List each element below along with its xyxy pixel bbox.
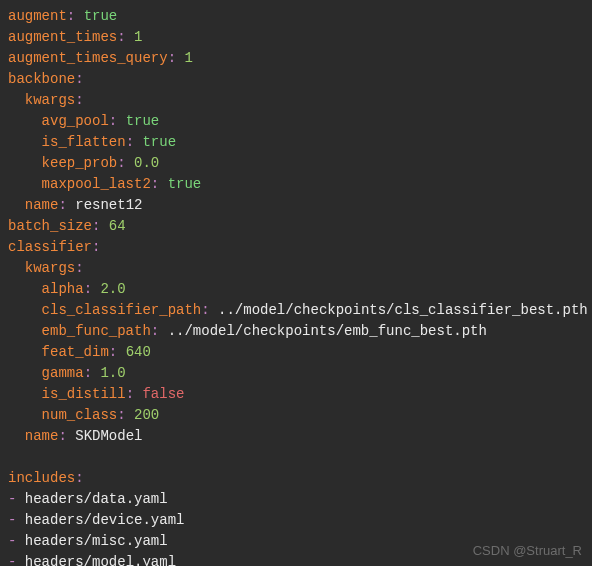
yaml-sep: : — [109, 344, 126, 360]
yaml-line: backbone: — [8, 69, 584, 90]
yaml-value: SKDModel — [75, 428, 142, 444]
yaml-sep: : — [126, 134, 143, 150]
yaml-key: includes — [8, 470, 75, 486]
watermark-text: CSDN @Struart_R — [473, 541, 582, 561]
yaml-key: augment_times_query — [8, 50, 168, 66]
yaml-value: 200 — [134, 407, 159, 423]
yaml-value: true — [126, 113, 160, 129]
yaml-value: ../model/checkpoints/emb_func_best.pth — [168, 323, 487, 339]
yaml-line: keep_prob: 0.0 — [8, 153, 584, 174]
yaml-key: emb_func_path — [42, 323, 151, 339]
list-value: headers/device.yaml — [25, 512, 185, 528]
yaml-sep: : — [75, 260, 83, 276]
list-dash: - — [8, 554, 25, 566]
yaml-line: batch_size: 64 — [8, 216, 584, 237]
yaml-key: gamma — [42, 365, 84, 381]
yaml-key: name — [25, 428, 59, 444]
yaml-key: kwargs — [25, 260, 75, 276]
yaml-value: 2.0 — [100, 281, 125, 297]
yaml-key: augment — [8, 8, 67, 24]
yaml-key: batch_size — [8, 218, 92, 234]
yaml-key: alpha — [42, 281, 84, 297]
list-dash: - — [8, 512, 25, 528]
yaml-sep: : — [67, 8, 84, 24]
yaml-sep: : — [126, 386, 143, 402]
yaml-line: emb_func_path: ../model/checkpoints/emb_… — [8, 321, 584, 342]
yaml-line: name: SKDModel — [8, 426, 584, 447]
yaml-value: 1 — [134, 29, 142, 45]
yaml-sep: : — [84, 365, 101, 381]
yaml-line: classifier: — [8, 237, 584, 258]
yaml-key: backbone — [8, 71, 75, 87]
yaml-sep: : — [58, 428, 75, 444]
yaml-value: 1 — [184, 50, 192, 66]
yaml-key: augment_times — [8, 29, 117, 45]
yaml-value: true — [168, 176, 202, 192]
yaml-line: is_flatten: true — [8, 132, 584, 153]
yaml-value: resnet12 — [75, 197, 142, 213]
yaml-key: classifier — [8, 239, 92, 255]
yaml-sep: : — [84, 281, 101, 297]
yaml-line: is_distill: false — [8, 384, 584, 405]
yaml-key: feat_dim — [42, 344, 109, 360]
yaml-sep: : — [92, 239, 100, 255]
yaml-value: 0.0 — [134, 155, 159, 171]
yaml-sep: : — [75, 71, 83, 87]
yaml-key: kwargs — [25, 92, 75, 108]
list-item: - headers/data.yaml — [8, 489, 584, 510]
list-value: headers/misc.yaml — [25, 533, 168, 549]
yaml-line: cls_classifier_path: ../model/checkpoint… — [8, 300, 584, 321]
yaml-sep: : — [151, 176, 168, 192]
yaml-value: 64 — [109, 218, 126, 234]
blank-line — [8, 447, 584, 468]
yaml-line: augment_times: 1 — [8, 27, 584, 48]
yaml-value: true — [84, 8, 118, 24]
yaml-sep: : — [151, 323, 168, 339]
yaml-line: augment: true — [8, 6, 584, 27]
yaml-key: name — [25, 197, 59, 213]
yaml-key: cls_classifier_path — [42, 302, 202, 318]
yaml-key: num_class — [42, 407, 118, 423]
list-value: headers/data.yaml — [25, 491, 168, 507]
yaml-line: kwargs: — [8, 258, 584, 279]
yaml-sep: : — [109, 113, 126, 129]
yaml-line: maxpool_last2: true — [8, 174, 584, 195]
list-dash: - — [8, 533, 25, 549]
yaml-key: is_flatten — [42, 134, 126, 150]
yaml-line: kwargs: — [8, 90, 584, 111]
yaml-value: 1.0 — [100, 365, 125, 381]
yaml-line: num_class: 200 — [8, 405, 584, 426]
yaml-sep: : — [75, 92, 83, 108]
yaml-value: false — [142, 386, 184, 402]
list-item: - headers/device.yaml — [8, 510, 584, 531]
yaml-key: is_distill — [42, 386, 126, 402]
yaml-line: gamma: 1.0 — [8, 363, 584, 384]
yaml-line: alpha: 2.0 — [8, 279, 584, 300]
yaml-key: maxpool_last2 — [42, 176, 151, 192]
yaml-sep: : — [168, 50, 185, 66]
list-value: headers/model.yaml — [25, 554, 176, 566]
yaml-value: 640 — [126, 344, 151, 360]
yaml-sep: : — [92, 218, 109, 234]
yaml-line: feat_dim: 640 — [8, 342, 584, 363]
yaml-sep: : — [201, 302, 218, 318]
yaml-line: augment_times_query: 1 — [8, 48, 584, 69]
yaml-line: includes: — [8, 468, 584, 489]
yaml-sep: : — [75, 470, 83, 486]
yaml-key: keep_prob — [42, 155, 118, 171]
yaml-sep: : — [58, 197, 75, 213]
yaml-sep: : — [117, 29, 134, 45]
yaml-value: true — [142, 134, 176, 150]
yaml-value: ../model/checkpoints/cls_classifier_best… — [218, 302, 588, 318]
yaml-line: avg_pool: true — [8, 111, 584, 132]
list-dash: - — [8, 491, 25, 507]
yaml-sep: : — [117, 155, 134, 171]
yaml-sep: : — [117, 407, 134, 423]
yaml-key: avg_pool — [42, 113, 109, 129]
yaml-line: name: resnet12 — [8, 195, 584, 216]
